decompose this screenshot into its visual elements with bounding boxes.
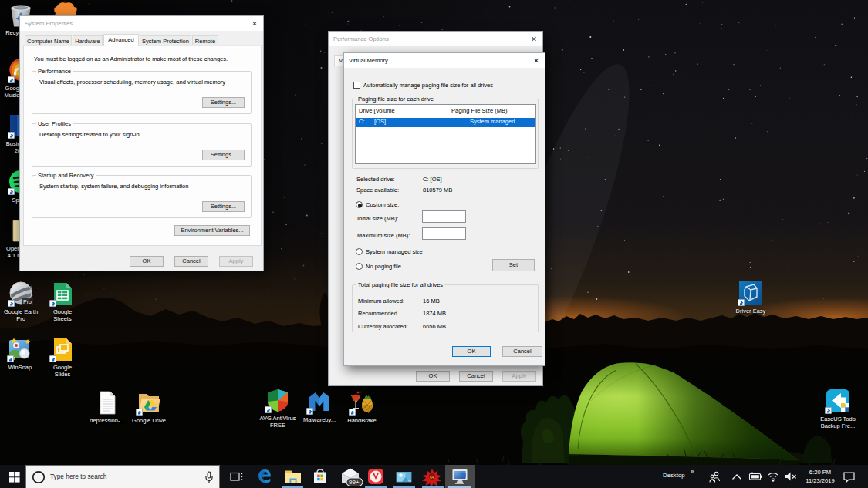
svg-text:Pro: Pro (23, 299, 32, 305)
svg-text:64: 64 (430, 475, 434, 480)
svg-text:99+: 99+ (349, 479, 360, 486)
